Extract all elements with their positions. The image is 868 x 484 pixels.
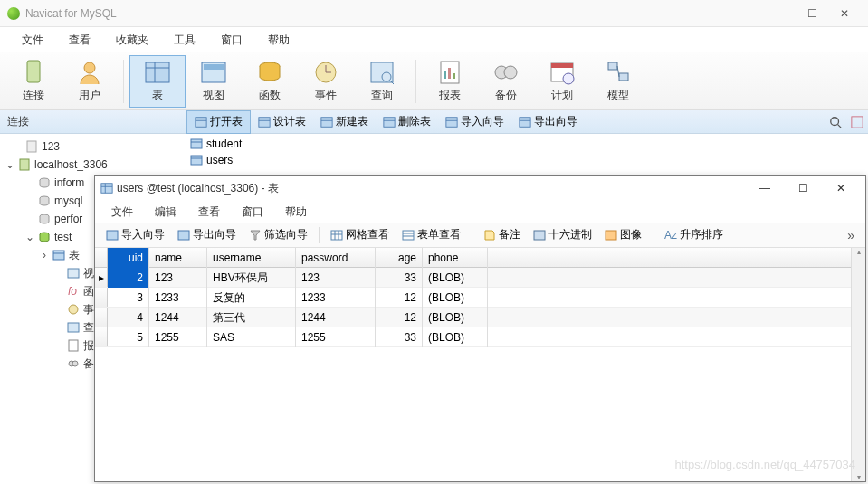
cell-username[interactable]: 反复的 <box>207 288 296 308</box>
vertical-scrollbar[interactable] <box>851 248 865 481</box>
sub-maximize-button[interactable]: ☐ <box>784 177 822 199</box>
menu-4[interactable]: 窗口 <box>208 29 255 52</box>
tool-model[interactable]: 模型 <box>590 55 646 108</box>
svg-point-19 <box>504 66 517 79</box>
action-0[interactable]: 打开表 <box>186 110 251 134</box>
menu-1[interactable]: 查看 <box>56 29 103 52</box>
table-row[interactable]: 31233反复的123312(BLOB) <box>95 288 851 308</box>
cell-phone[interactable]: (BLOB) <box>423 268 488 288</box>
cell-username[interactable]: 第三代 <box>207 308 296 327</box>
cell-name[interactable]: 1255 <box>149 327 207 347</box>
cell-age[interactable]: 33 <box>376 327 423 347</box>
cell-uid[interactable]: 4 <box>108 308 149 327</box>
sub-minimize-button[interactable]: — <box>746 177 784 199</box>
sub-close-button[interactable]: ✕ <box>822 177 860 199</box>
sub-menu-4[interactable]: 帮助 <box>274 204 318 220</box>
menu-5[interactable]: 帮助 <box>255 29 302 52</box>
cell-password[interactable]: 1244 <box>296 308 376 327</box>
tool-function[interactable]: 函数 <box>242 55 298 108</box>
sub-tool-import[interactable]: 导入向导 <box>100 225 170 245</box>
tool-table[interactable]: 表 <box>129 55 186 108</box>
tool-query[interactable]: 查询 <box>354 55 410 108</box>
table-list-item[interactable]: users <box>186 152 868 168</box>
grid-icon[interactable] <box>846 116 868 128</box>
svg-rect-36 <box>520 117 530 127</box>
action-4[interactable]: 导入向导 <box>438 110 511 134</box>
more-icon[interactable]: » <box>847 228 860 242</box>
action-3[interactable]: 删除表 <box>376 110 438 134</box>
maximize-button[interactable]: ☐ <box>796 3 828 24</box>
column-header-username[interactable]: username <box>207 248 296 268</box>
tool-backup[interactable]: 备份 <box>478 55 534 108</box>
tree-node-0[interactable]: 123 <box>0 138 186 156</box>
action-1[interactable]: 设计表 <box>251 110 313 134</box>
data-grid[interactable]: uidnameusernamepasswordagephone ▸2123HBV… <box>95 248 851 481</box>
cell-username[interactable]: HBV环保局 <box>207 268 296 288</box>
tree-icon: fo <box>67 285 80 298</box>
action-2[interactable]: 新建表 <box>313 110 376 134</box>
chevron-down-icon[interactable]: ⌄ <box>5 158 14 171</box>
cell-uid[interactable]: 5 <box>108 327 149 347</box>
view-icon <box>200 59 227 86</box>
sub-tool-sort[interactable]: Az升序排序 <box>659 225 729 245</box>
table-list-item[interactable]: student <box>186 136 868 152</box>
tool-user[interactable]: 用户 <box>62 55 118 108</box>
tree-node-1[interactable]: ⌄localhost_3306 <box>0 156 186 174</box>
svg-rect-72 <box>534 231 545 240</box>
tool-report[interactable]: 报表 <box>422 55 478 108</box>
sub-tool-hex[interactable]: 十六进制 <box>528 225 597 245</box>
column-header-uid[interactable]: uid <box>108 248 149 268</box>
column-header-phone[interactable]: phone <box>423 248 488 268</box>
sub-tool-filter[interactable]: 筛选向导 <box>243 225 313 245</box>
export-icon <box>177 229 190 242</box>
search-icon[interactable] <box>825 116 846 128</box>
cell-age[interactable]: 12 <box>376 288 423 308</box>
tool-view[interactable]: 视图 <box>186 55 242 108</box>
sub-menu-0[interactable]: 文件 <box>100 204 144 220</box>
column-header-name[interactable]: name <box>149 248 207 268</box>
close-button[interactable]: ✕ <box>828 3 861 24</box>
cell-name[interactable]: 1233 <box>149 288 207 308</box>
sub-menu-2[interactable]: 查看 <box>187 204 231 220</box>
action-5[interactable]: 导出向导 <box>511 110 585 134</box>
menu-2[interactable]: 收藏夹 <box>103 29 161 52</box>
chevron-down-icon[interactable]: ⌄ <box>25 231 34 243</box>
menu-3[interactable]: 工具 <box>161 29 208 52</box>
cell-phone[interactable]: (BLOB) <box>423 327 488 347</box>
table-row[interactable]: 41244第三代124412(BLOB) <box>95 308 851 327</box>
table-row[interactable]: 51255SAS125533(BLOB) <box>95 327 851 347</box>
cell-age[interactable]: 33 <box>376 268 423 288</box>
svg-point-55 <box>72 361 78 366</box>
cell-phone[interactable]: (BLOB) <box>423 288 488 308</box>
cell-uid[interactable]: 3 <box>108 288 149 308</box>
cell-name[interactable]: 1244 <box>149 308 207 327</box>
tool-event[interactable]: 事件 <box>298 55 354 108</box>
sub-menu-3[interactable]: 窗口 <box>231 204 274 220</box>
tree-icon <box>38 195 51 207</box>
sub-tool-export[interactable]: 导出向导 <box>172 225 242 245</box>
tool-connect[interactable]: 连接 <box>5 55 62 108</box>
cell-password[interactable]: 1255 <box>296 327 376 347</box>
cell-password[interactable]: 123 <box>296 268 376 288</box>
table-small-icon <box>195 116 207 128</box>
cell-phone[interactable]: (BLOB) <box>423 308 488 327</box>
column-header-age[interactable]: age <box>376 248 423 268</box>
tool-schedule[interactable]: 计划 <box>534 55 590 108</box>
svg-rect-58 <box>191 156 202 165</box>
sub-tool-note[interactable]: 备注 <box>478 225 526 245</box>
cell-age[interactable]: 12 <box>376 308 423 327</box>
table-row[interactable]: ▸2123HBV环保局12333(BLOB) <box>95 268 851 288</box>
sub-menu-1[interactable]: 编辑 <box>144 204 187 220</box>
sub-tool-form[interactable]: 表单查看 <box>396 225 466 245</box>
sub-tool-grid[interactable]: 网格查看 <box>325 225 395 245</box>
cell-name[interactable]: 123 <box>149 268 207 288</box>
cell-uid[interactable]: 2 <box>108 268 149 288</box>
sub-tool-image[interactable]: 图像 <box>599 225 647 245</box>
minimize-button[interactable]: — <box>763 3 796 24</box>
svg-rect-32 <box>384 117 395 127</box>
column-header-password[interactable]: password <box>296 248 376 268</box>
menu-0[interactable]: 文件 <box>9 29 56 52</box>
cell-password[interactable]: 1233 <box>296 288 376 308</box>
chevron-right-icon[interactable]: › <box>40 249 49 261</box>
cell-username[interactable]: SAS <box>207 327 296 347</box>
